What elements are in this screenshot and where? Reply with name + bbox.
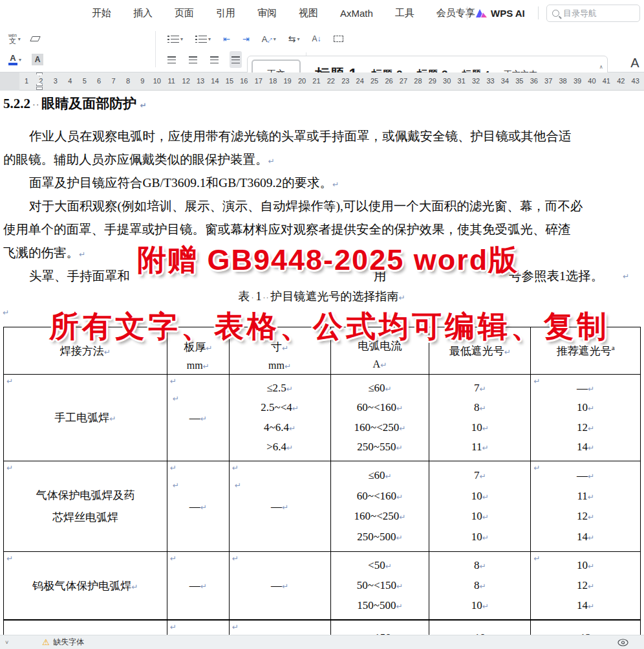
ruler-tick: 12 [182, 77, 191, 85]
ruler-tick: 19 [283, 77, 292, 85]
numbered-list-button[interactable]: ▾ [193, 30, 213, 47]
phonetic-guide-button[interactable]: wén文 ▾ [6, 30, 23, 47]
ruler-tick: 40 [587, 77, 596, 85]
wps-ai-label: WPS AI [491, 8, 525, 19]
warning-icon: ⚠ [42, 637, 50, 647]
ruler-tick: 21 [312, 77, 321, 85]
align-right-icon [210, 56, 219, 63]
ruler-tick: 22 [327, 77, 336, 85]
align-left-button[interactable] [166, 51, 178, 68]
menu-tabs: 开始插入页面引用审阅视图AxMath工具会员专享 [91, 0, 477, 26]
menu-tab[interactable]: 工具 [394, 1, 416, 25]
wps-writer-window: 开始插入页面引用审阅视图AxMath工具会员专享 WPS AI wén [0, 0, 644, 649]
eye-protection-button[interactable] [617, 639, 628, 646]
ruler-tick: 4 [65, 77, 74, 85]
first-line-indent-marker[interactable] [36, 72, 43, 76]
document-page[interactable]: 5.2.2··眼睛及面部防护 ↵ 作业人员在观察电弧时，应使用带有滤光镜的头罩或… [0, 91, 644, 649]
menu-tab[interactable]: 页面 [173, 1, 195, 25]
shade-number-table: 焊接方法↵ 板厚↵ mm↵ 寸↵ mm↵ 电弧电流 A↵ 最低遮光号↵ [3, 327, 641, 649]
ruler-tick: 3 [51, 77, 60, 85]
char-shading-button[interactable]: A [30, 51, 45, 68]
decrease-indent-icon: ⇤ [223, 34, 230, 44]
chevron-down-icon: ▾ [19, 57, 21, 63]
justify-icon [231, 56, 240, 63]
ruler-tick: 26 [385, 77, 394, 85]
increase-indent-icon: ⇥ [242, 34, 250, 44]
clear-format-button[interactable] [29, 30, 41, 47]
bullet-list-button[interactable]: ▾ [166, 30, 185, 47]
body-line: 使用单个的面罩、手提罩或护目镜。窗或幕材料应对观察者提供安全的保护效果，使其免受… [3, 221, 640, 238]
sort-button[interactable]: A↓ [310, 30, 323, 47]
ruler-tick: 27 [399, 77, 408, 85]
ruler-tick: 17 [254, 77, 263, 85]
menu-divider [467, 6, 467, 19]
missing-font-warning[interactable]: ⚠ 缺失字体 [42, 637, 84, 648]
chevron-down-icon: ▾ [297, 36, 299, 42]
horizontal-ruler: 1234567891011121314151617181920212223242… [0, 72, 644, 91]
char-scale-button[interactable]: A⤢ ▾ [260, 30, 278, 47]
bullet-list-icon [167, 36, 169, 43]
ruler-tick: 23 [341, 77, 350, 85]
menu-tab[interactable]: 引用 [215, 1, 237, 25]
wps-ai-logo-icon [476, 8, 487, 18]
menu-tab[interactable]: 开始 [91, 1, 113, 25]
ruler-tick: 10 [153, 77, 162, 85]
show-marks-button[interactable] [332, 30, 345, 47]
ruler-tick: 42 [616, 77, 625, 85]
menu-tab[interactable]: 插入 [132, 1, 154, 25]
ruler-tick: 35 [515, 77, 524, 85]
decrease-indent-button[interactable]: ⇤ [221, 30, 232, 47]
ruler-tick: 9 [138, 77, 147, 85]
promo-overlay-line2: 所有文字、表格、公式均可编辑、复制 [49, 307, 610, 347]
align-center-button[interactable] [187, 51, 199, 68]
bullet-list-lines-icon [171, 36, 179, 43]
paragraph-mark: ↵ [140, 101, 147, 110]
ruler-tick: 32 [471, 77, 480, 85]
table-row-gtaw: ↵ 钨极气体保护电弧焊↵ ↵ —↵ ↵ —↵ <50↵50~<150↵150~5… [4, 552, 640, 621]
ruler-tick: 36 [530, 77, 539, 85]
table-row-smaw: ↵ 手工电弧焊↵ ↵↵ —↵ ≤2.5↵2.5~<4↵4~6.4↵>6.4↵ ≤… [4, 375, 640, 461]
body-line: 作业人员在观察电弧时，应使用带有滤光镜的头罩或手持面罩，或佩戴安全镜、护目镜或其… [3, 128, 640, 145]
formatting-marks-icon [334, 36, 343, 42]
ruler-tick: 25 [370, 77, 379, 85]
ruler-tick: 41 [602, 77, 611, 85]
ruler-tick: 43 [631, 77, 640, 85]
ruler-tick: 1 [22, 77, 31, 85]
align-center-icon [189, 56, 197, 63]
menu-tab[interactable]: AxMath [339, 2, 374, 25]
menu-tab[interactable]: 审阅 [256, 1, 278, 25]
increase-indent-button[interactable]: ⇥ [241, 30, 252, 47]
search-input[interactable] [563, 8, 628, 18]
ruler-tick: 37 [544, 77, 553, 85]
body-line: 对于大面积观察(例如培训、展示、演示、自动焊操作等),可以使用一个大面积的滤光窗… [3, 198, 640, 215]
char-scale-icon: A⤢ [262, 34, 272, 44]
text-direction-button[interactable]: ⇆ ▾ [286, 30, 302, 47]
char-shading-icon: A [32, 54, 43, 65]
chevron-down-icon: ▾ [208, 36, 211, 42]
wps-ai-button[interactable]: WPS AI [476, 0, 525, 26]
text-direction-icon: ⇆ [288, 34, 296, 44]
ribbon-toolbar: wén文 ▾ A ▾ A ↘ ▾ [0, 26, 644, 72]
gallery-scroll-up-icon[interactable]: ∧ [599, 65, 603, 70]
numbered-list-lines-icon [199, 36, 207, 43]
menu-tab[interactable]: 视图 [297, 1, 319, 25]
empty-paragraph-mark: ↵ [3, 308, 9, 317]
align-left-icon [167, 56, 176, 63]
promo-overlay-line1: 附赠 GB9448-2025 word版 [137, 241, 519, 280]
eraser-icon [30, 36, 41, 41]
font-color-button[interactable]: A ▾ [6, 51, 23, 68]
ruler-tick: 34 [500, 77, 510, 85]
phonetic-guide-icon: wén文 [8, 33, 17, 45]
menu-tab[interactable]: 会员专享 [435, 1, 477, 25]
font-color-icon: A [8, 54, 17, 65]
ruler-tick: 7 [109, 77, 118, 85]
search-box[interactable] [546, 5, 640, 22]
statusbar-collapse-icon[interactable]: ˅ [5, 639, 8, 646]
ruler-tick: 6 [94, 77, 103, 85]
align-right-button[interactable] [208, 51, 220, 68]
ruler-tick: 5 [80, 77, 89, 85]
left-indent-marker[interactable] [36, 87, 43, 90]
ruler-tick: 14 [210, 77, 219, 85]
ruler-tick: 29 [428, 77, 437, 85]
justify-button[interactable] [230, 51, 242, 68]
